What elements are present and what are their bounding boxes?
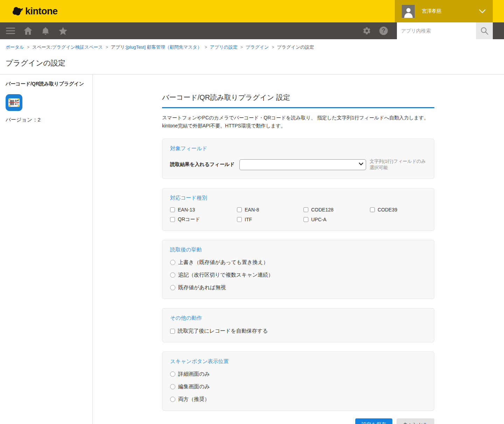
section-other-behavior: その他の動作 読取完了後にレコードを自動保存する (162, 308, 434, 342)
after-read-option[interactable]: 既存値があれば無視 (170, 284, 426, 291)
code-type-option[interactable]: CODE39 (370, 207, 426, 213)
section-heading-other-behavior: その他の動作 (170, 315, 426, 321)
breadcrumb-app-prefix: アプリ: (111, 44, 126, 50)
plugin-version: バージョン：2 (6, 117, 87, 123)
code-type-checkbox[interactable] (170, 217, 175, 222)
target-field-hint: 文字列(1行)フィールドのみ選択可能 (370, 158, 426, 171)
code-type-checkbox[interactable] (303, 217, 308, 222)
breadcrumb-app-settings-link[interactable]: アプリの設定 (210, 44, 238, 50)
breadcrumb-separator: > (240, 45, 243, 50)
code-type-checkbox[interactable] (370, 207, 375, 212)
button-position-option[interactable]: 編集画面のみ (170, 383, 426, 390)
user-menu[interactable]: 宮澤孝慈 (395, 0, 493, 22)
code-type-label: UPC-A (311, 217, 327, 222)
button-position-radio[interactable] (170, 384, 175, 389)
other-behavior-list: 読取完了後にレコードを自動保存する (170, 328, 426, 334)
avatar (402, 5, 415, 18)
after-read-radio[interactable] (170, 285, 175, 290)
button-position-label: 詳細画面のみ (178, 371, 210, 377)
section-heading-scan-button-position: スキャンボタン表示位置 (170, 358, 426, 365)
code-type-option[interactable]: EAN-13 (170, 207, 237, 213)
global-navbar: ? (0, 22, 504, 39)
target-field-select[interactable] (239, 159, 366, 170)
settings-gear-icon[interactable] (358, 22, 375, 39)
button-position-radio[interactable] (170, 371, 175, 377)
code-type-checkbox[interactable] (237, 207, 242, 212)
favorites-star-icon[interactable] (57, 22, 69, 39)
person-icon (403, 7, 414, 18)
button-position-option[interactable]: 詳細画面のみ (170, 371, 426, 377)
button-position-radio[interactable] (170, 397, 175, 402)
app-search (397, 22, 493, 39)
home-icon[interactable] (22, 22, 34, 39)
after-read-label: 上書き（既存値があっても置き換え） (178, 259, 268, 266)
button-position-label: 編集画面のみ (178, 383, 210, 390)
section-heading-target-field: 対象フィールド (170, 145, 426, 152)
target-field-row: 読取結果を入れるフィールド 文字列(1行)フィールドのみ選択可能 (170, 158, 426, 171)
code-type-label: CODE39 (378, 207, 397, 213)
user-name: 宮澤孝慈 (422, 8, 479, 14)
after-read-option[interactable]: 上書き（既存値があっても置き換え） (170, 259, 426, 266)
code-type-option[interactable]: CODE128 (303, 207, 370, 213)
breadcrumb-portal[interactable]: ポータル (6, 44, 24, 50)
code-type-label: QRコード (178, 216, 200, 223)
auto-save-option[interactable]: 読取完了後にレコードを自動保存する (170, 328, 426, 334)
breadcrumb-current: プラグインの設定 (277, 44, 314, 50)
after-read-radio[interactable] (170, 272, 175, 278)
nav-left-icons (0, 22, 69, 39)
code-type-option[interactable]: QRコード (170, 216, 237, 223)
breadcrumb-app-link[interactable]: [plugTest] 顧客管理（顧問先マスタ） (126, 44, 202, 50)
notifications-bell-icon[interactable] (39, 22, 52, 39)
code-type-option[interactable]: UPC-A (303, 216, 370, 223)
auto-save-checkbox[interactable] (170, 329, 175, 334)
section-scan-button-position: スキャンボタン表示位置 詳細画面のみ 編集画面のみ 両方（ (162, 352, 434, 411)
content-area: バーコード/QR読み取りプラグイン (0, 75, 504, 424)
code-type-option[interactable]: EAN-8 (237, 207, 303, 213)
save-settings-button[interactable]: 設定を保存 (355, 418, 392, 424)
kintone-logo[interactable]: kintone (0, 6, 58, 17)
after-read-label: 既存値があれば無視 (178, 284, 226, 291)
breadcrumb-separator: > (205, 45, 207, 50)
logo-text: kintone (25, 6, 58, 17)
breadcrumb-separator: > (106, 45, 108, 50)
plugin-sidebar: バーコード/QR読み取りプラグイン (0, 75, 93, 424)
code-type-option[interactable]: ITF (237, 216, 303, 223)
auto-save-label: 読取完了後にレコードを自動保存する (178, 328, 268, 334)
button-position-label: 両方（推奨） (178, 396, 210, 403)
top-header: kintone 宮澤孝慈 (0, 0, 504, 22)
section-heading-code-types: 対応コード種別 (170, 195, 426, 201)
search-input[interactable] (397, 22, 476, 39)
plugin-description: スマートフォンやPCのカメラでバーコード・QRコードを読み取り、 指定した文字列… (162, 114, 434, 130)
plugin-settings-panel: バーコード/QR読み取りプラグイン 設定 スマートフォンやPCのカメラでバーコー… (162, 75, 434, 424)
button-position-option[interactable]: 両方（推奨） (170, 396, 426, 403)
target-field-label: 読取結果を入れるフィールド (170, 161, 239, 168)
code-type-checkbox[interactable] (237, 217, 242, 222)
plugin-name: バーコード/QR読み取りプラグイン (6, 81, 87, 87)
settings-heading: バーコード/QR読み取りプラグイン 設定 (162, 93, 434, 108)
breadcrumb-plugin-link[interactable]: プラグイン (246, 44, 269, 50)
code-type-checkbox[interactable] (303, 207, 308, 212)
section-after-read: 読取後の挙動 上書き（既存値があっても置き換え） 追記（改行区切りで複数スキャン… (162, 240, 434, 299)
button-position-radio-list: 詳細画面のみ 編集画面のみ 両方（推奨） (170, 371, 426, 403)
breadcrumb: ポータル > スペース: プラグイン検証スペース > アプリ: [plugTes… (0, 39, 504, 50)
barcode-qr-plugin-icon (6, 94, 22, 111)
section-heading-after-read: 読取後の挙動 (170, 246, 426, 253)
breadcrumb-space-link[interactable]: プラグイン検証スペース (52, 44, 103, 50)
search-button[interactable] (476, 22, 493, 39)
code-type-checkbox[interactable] (170, 207, 175, 212)
after-read-option[interactable]: 追記（改行区切りで複数スキャン連続） (170, 272, 426, 278)
code-type-grid: EAN-13 EAN-8 CODE128 CODE39 (170, 207, 426, 223)
form-actions: 設定を保存 キャンセル (162, 418, 434, 424)
cancel-button[interactable]: キャンセル (397, 418, 434, 424)
help-question-glyph: ? (379, 27, 388, 35)
after-read-label: 追記（改行区切りで複数スキャン連続） (178, 272, 273, 278)
kintone-cloud-icon (12, 6, 23, 16)
help-icon[interactable]: ? (375, 22, 392, 39)
section-target-field: 対象フィールド 読取結果を入れるフィールド 文字列(1行)フィールドのみ選択可能 (162, 139, 434, 179)
code-type-label: EAN-13 (178, 207, 195, 213)
section-code-types: 対応コード種別 EAN-13 EAN-8 CODE128 (162, 188, 434, 231)
after-read-radio[interactable] (170, 260, 175, 265)
breadcrumb-separator: > (27, 45, 29, 50)
code-type-label: ITF (245, 217, 252, 222)
hamburger-menu-icon[interactable] (4, 22, 17, 39)
